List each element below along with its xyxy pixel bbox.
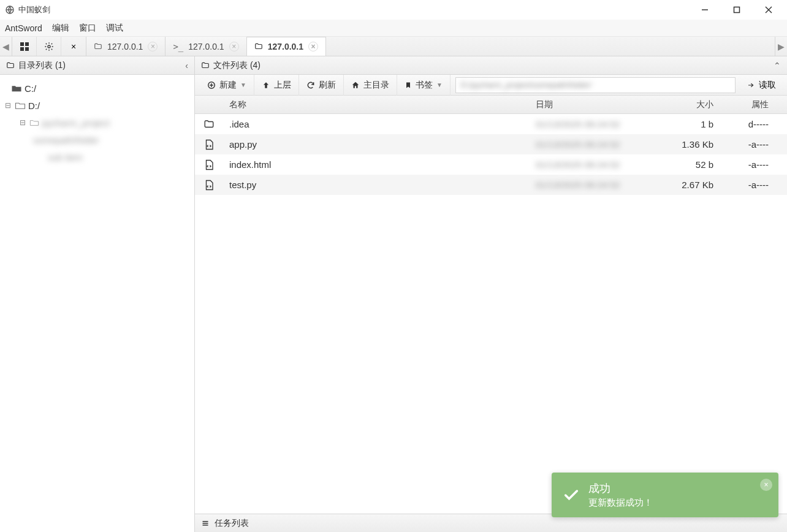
- column-date[interactable]: 日期: [530, 99, 646, 110]
- toast-close-icon[interactable]: ×: [760, 479, 772, 491]
- tab-terminal[interactable]: >_ 127.0.0.1 ×: [165, 37, 246, 56]
- path-value: D:/pycharm_project/somepath/folder/: [461, 80, 591, 89]
- directory-panel-header: 目录列表 (1) ‹: [0, 56, 194, 75]
- file-panel-header: 文件列表 (4) ⌃: [195, 56, 787, 75]
- folder-icon: [29, 118, 39, 127]
- tab-label: 127.0.0.1: [188, 42, 224, 51]
- tab-folder-active[interactable]: 127.0.0.1 ×: [247, 37, 326, 56]
- table-row[interactable]: test.py 01/13/2025 09:24:52 2.67 Kb -a--…: [195, 175, 787, 195]
- close-button[interactable]: [760, 1, 777, 18]
- collapse-left-icon[interactable]: ‹: [185, 61, 188, 70]
- svg-point-9: [48, 45, 50, 48]
- file-date: 01/13/2025 09:24:52: [530, 119, 646, 129]
- svg-rect-5: [20, 42, 24, 46]
- terminal-icon: >_: [173, 42, 183, 51]
- tree-label: sub item: [48, 152, 83, 162]
- menu-debug[interactable]: 调试: [106, 23, 123, 34]
- grid-icon[interactable]: [12, 37, 37, 56]
- menubar: AntSword 编辑 窗口 调试: [0, 20, 787, 37]
- tree-drive-d[interactable]: ⊟ D:/: [4, 97, 191, 114]
- app-icon: [5, 5, 15, 15]
- svg-rect-6: [25, 42, 29, 46]
- button-label: 书签: [416, 80, 433, 91]
- tree-drive-c[interactable]: C:/: [4, 80, 191, 97]
- tab-close-icon[interactable]: ×: [229, 42, 239, 51]
- tree-label: pycharm_project: [42, 118, 110, 128]
- tabstrip: ◀ × 127.0.0.1 × >_ 127.0.0.1 × 127.0.0.1…: [0, 37, 787, 56]
- table-row[interactable]: .idea 01/13/2025 09:24:52 1 b d-----: [195, 114, 787, 134]
- refresh-icon: [306, 81, 315, 89]
- table-row[interactable]: index.html 01/13/2025 09:24:52 52 b -a--…: [195, 154, 787, 175]
- task-list-title: 任务列表: [215, 518, 249, 529]
- bookmark-icon: [405, 81, 412, 89]
- folder-icon: [201, 61, 210, 70]
- chevron-down-icon: ▼: [240, 82, 246, 88]
- menu-edit[interactable]: 编辑: [52, 23, 69, 34]
- file-name: .idea: [223, 119, 530, 129]
- tree-item[interactable]: sub item: [4, 148, 191, 165]
- refresh-button[interactable]: 刷新: [299, 75, 344, 96]
- tabstrip-tools: ×: [12, 37, 86, 56]
- tab-folder-1[interactable]: 127.0.0.1 ×: [86, 37, 165, 56]
- tree-label: D:/: [28, 101, 40, 111]
- tab-scroll-left[interactable]: ◀: [0, 37, 12, 56]
- drive-icon: [11, 84, 22, 93]
- gear-icon[interactable]: [37, 37, 61, 56]
- tool-close-icon[interactable]: ×: [61, 37, 86, 56]
- menu-window[interactable]: 窗口: [79, 23, 96, 34]
- code-file-icon: [203, 180, 215, 191]
- menu-app[interactable]: AntSword: [5, 23, 42, 33]
- folder-icon: [254, 42, 263, 51]
- tree-collapse-icon[interactable]: ⊟: [18, 118, 27, 127]
- tree-item[interactable]: ⊟ pycharm_project: [4, 114, 191, 131]
- path-input[interactable]: D:/pycharm_project/somepath/folder/: [455, 77, 736, 93]
- tree-item[interactable]: somepath/folder: [4, 131, 191, 148]
- maximize-button[interactable]: [728, 1, 745, 18]
- minimize-button[interactable]: [696, 1, 713, 18]
- column-attr[interactable]: 属性: [720, 99, 787, 110]
- button-label: 主目录: [363, 80, 389, 91]
- svg-rect-8: [25, 47, 29, 51]
- toast-title: 成功: [588, 481, 653, 496]
- main: 目录列表 (1) ‹ C:/ ⊟ D:/ ⊟ pycharm_project: [0, 56, 787, 532]
- up-button[interactable]: 上层: [254, 75, 299, 96]
- new-button[interactable]: 新建 ▼: [200, 75, 254, 96]
- bookmark-button[interactable]: 书签 ▼: [397, 75, 451, 96]
- svg-rect-2: [734, 7, 740, 13]
- file-attr: -a----: [720, 139, 787, 150]
- toast-success: 成功 更新数据成功！ ×: [552, 473, 778, 517]
- svg-rect-14: [203, 523, 208, 524]
- file-size: 1.36 Kb: [646, 139, 720, 150]
- collapse-up-icon[interactable]: ⌃: [774, 61, 781, 70]
- home-button[interactable]: 主目录: [344, 75, 397, 96]
- window-controls: [696, 1, 777, 18]
- file-attr: d-----: [720, 119, 787, 129]
- tab-scroll-right[interactable]: ▶: [775, 37, 787, 56]
- check-icon: [563, 487, 580, 504]
- tab-label: 127.0.0.1: [268, 42, 303, 51]
- column-name[interactable]: 名称: [223, 99, 530, 110]
- code-file-icon: [203, 139, 215, 150]
- tree-label: somepath/folder: [33, 135, 99, 145]
- directory-panel: 目录列表 (1) ‹ C:/ ⊟ D:/ ⊟ pycharm_project: [0, 56, 195, 532]
- column-size[interactable]: 大小: [646, 99, 720, 110]
- svg-rect-15: [203, 525, 208, 526]
- file-date: 01/13/2025 09:24:52: [530, 180, 646, 190]
- tree-collapse-icon[interactable]: ⊟: [4, 101, 12, 110]
- list-icon: [201, 520, 210, 527]
- read-button[interactable]: 读取: [740, 80, 782, 91]
- code-file-icon: [203, 159, 215, 170]
- file-name: app.py: [223, 139, 530, 150]
- file-panel: 文件列表 (4) ⌃ 新建 ▼ 上层 刷新 主目录: [195, 56, 787, 532]
- tab-label: 127.0.0.1: [107, 42, 143, 51]
- toast-message: 更新数据成功！: [588, 497, 653, 509]
- tab-close-icon[interactable]: ×: [148, 42, 158, 51]
- file-toolbar: 新建 ▼ 上层 刷新 主目录 书签 ▼ D:/pycharm_project: [195, 75, 787, 96]
- file-panel-title: 文件列表 (4): [213, 60, 260, 71]
- plus-icon: [207, 81, 216, 89]
- table-row[interactable]: app.py 01/13/2025 09:24:52 1.36 Kb -a---…: [195, 134, 787, 154]
- tab-close-icon[interactable]: ×: [308, 42, 318, 51]
- chevron-down-icon: ▼: [436, 82, 443, 88]
- directory-tree: C:/ ⊟ D:/ ⊟ pycharm_project somepath/fol…: [0, 75, 194, 170]
- folder-open-icon: [15, 101, 26, 110]
